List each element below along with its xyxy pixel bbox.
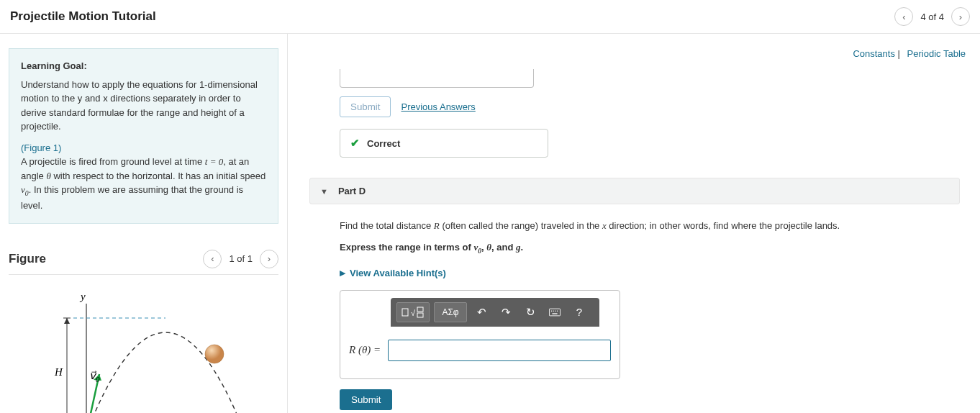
figure-heading: Figure bbox=[9, 252, 46, 266]
svg-marker-9 bbox=[64, 318, 70, 324]
svg-rect-25 bbox=[417, 313, 423, 317]
help-icon[interactable]: ? bbox=[569, 302, 589, 322]
equation-toolbar: √ ΑΣφ ↶ ↷ ↻ ? bbox=[391, 298, 599, 327]
link-separator: | bbox=[898, 48, 903, 59]
svg-point-27 bbox=[551, 310, 552, 311]
prev-question-button[interactable]: ‹ bbox=[894, 7, 913, 26]
prev-figure-button[interactable]: ‹ bbox=[203, 250, 222, 268]
constants-link[interactable]: Constants bbox=[853, 48, 895, 59]
submit-button[interactable]: Submit bbox=[340, 389, 392, 410]
correct-label: Correct bbox=[367, 138, 400, 149]
templates-button[interactable]: √ bbox=[396, 302, 430, 322]
correct-feedback-box: ✔ Correct bbox=[340, 129, 548, 158]
previous-answers-link[interactable]: Previous Answers bbox=[401, 101, 475, 112]
learning-goal-text: Understand how to apply the equations fo… bbox=[21, 78, 266, 134]
answer-variable-label: R (θ) = bbox=[349, 344, 381, 356]
check-icon: ✔ bbox=[350, 137, 360, 150]
svg-rect-24 bbox=[417, 307, 423, 312]
svg-rect-31 bbox=[552, 313, 557, 314]
part-d-instructions: Express the range in terms of v0, θ, and… bbox=[340, 240, 930, 256]
undo-icon[interactable]: ↶ bbox=[471, 302, 491, 322]
page-title: Projectile Motion Tutorial bbox=[10, 9, 156, 24]
svg-point-28 bbox=[553, 310, 554, 311]
keyboard-icon[interactable] bbox=[545, 302, 565, 322]
svg-text:√: √ bbox=[411, 309, 416, 317]
expand-icon: ▶ bbox=[340, 268, 345, 278]
answer-input[interactable] bbox=[388, 340, 611, 361]
svg-point-29 bbox=[555, 310, 555, 311]
part-d-header[interactable]: ▼ Part D bbox=[309, 178, 960, 204]
svg-rect-26 bbox=[549, 309, 560, 316]
previous-answer-input-bottom bbox=[340, 69, 534, 88]
view-hints-link[interactable]: ▶ View Available Hint(s) bbox=[340, 268, 966, 278]
part-d-title: Part D bbox=[338, 186, 366, 196]
figure-position: 1 of 1 bbox=[229, 253, 253, 264]
svg-point-5 bbox=[205, 345, 224, 363]
part-d-question: Find the total distance R (often called … bbox=[340, 219, 930, 233]
greek-button[interactable]: ΑΣφ bbox=[434, 302, 467, 322]
svg-text:H: H bbox=[54, 366, 63, 378]
learning-goal-box: Learning Goal: Understand how to apply t… bbox=[9, 48, 278, 224]
view-hints-label: View Available Hint(s) bbox=[350, 268, 446, 278]
problem-statement: A projectile is fired from ground level … bbox=[21, 156, 266, 211]
submit-button-disabled: Submit bbox=[340, 96, 391, 117]
svg-text:v⃗0: v⃗0 bbox=[89, 370, 100, 384]
svg-point-30 bbox=[557, 310, 558, 311]
answer-box: √ ΑΣφ ↶ ↷ ↻ ? R (θ) = bbox=[340, 290, 620, 379]
reset-icon[interactable]: ↻ bbox=[520, 302, 540, 322]
figure-link[interactable]: (Figure 1) bbox=[21, 142, 61, 153]
next-question-button[interactable]: › bbox=[951, 7, 970, 26]
svg-text:y: y bbox=[79, 291, 86, 302]
periodic-table-link[interactable]: Periodic Table bbox=[907, 48, 966, 59]
redo-icon[interactable]: ↷ bbox=[496, 302, 516, 322]
collapse-icon: ▼ bbox=[320, 187, 328, 196]
svg-rect-22 bbox=[402, 309, 408, 316]
figure-diagram: y x H bbox=[9, 275, 278, 413]
next-figure-button[interactable]: › bbox=[260, 250, 278, 268]
learning-goal-label: Learning Goal: bbox=[21, 59, 266, 73]
question-position: 4 of 4 bbox=[920, 12, 944, 22]
